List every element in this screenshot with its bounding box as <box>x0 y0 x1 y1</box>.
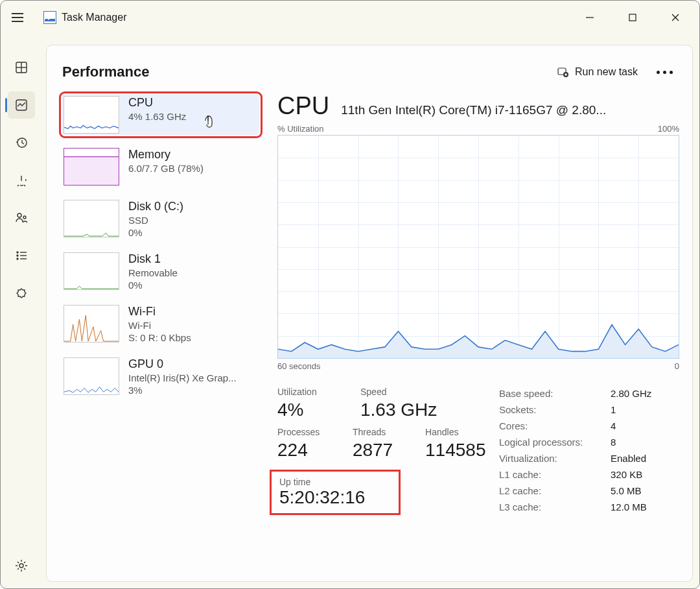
spec-val: 4 <box>611 420 616 431</box>
app-title: Task Manager <box>62 12 127 23</box>
perf-sub: Wi-Fi <box>128 320 191 331</box>
main-category-title: CPU <box>277 92 329 120</box>
chart-xright: 0 <box>675 361 679 371</box>
perf-thumb-gpu0 <box>64 357 119 395</box>
metric-label: Speed <box>360 387 437 397</box>
perf-item-gpu0[interactable]: GPU 0 Intel(R) Iris(R) Xe Grap... 3% <box>62 356 259 397</box>
perf-item-disk1[interactable]: Disk 1 Removable 0% <box>62 251 259 292</box>
spec-key: Logical processors: <box>499 437 611 448</box>
spec-key: Sockets: <box>499 404 611 415</box>
perf-sub2: 3% <box>128 385 237 396</box>
metric-label: Threads <box>353 427 414 437</box>
spec-val: 320 KB <box>611 469 642 480</box>
metric-label: Utilization <box>277 387 349 397</box>
svg-line-12 <box>24 185 25 186</box>
content-header: Performance Run new task <box>62 60 679 84</box>
spec-val: 5.0 MB <box>611 485 642 496</box>
cpu-specs: Base speed:2.80 GHz Sockets:1 Cores:4 Lo… <box>499 387 679 515</box>
metric-handles: 114585 <box>425 440 482 461</box>
perf-thumb-memory <box>64 148 119 186</box>
spec-key: L1 cache: <box>499 469 611 480</box>
spec-val: 2.80 GHz <box>611 388 651 399</box>
metric-speed: 1.63 GHz <box>360 400 437 420</box>
svg-point-15 <box>17 252 18 253</box>
run-task-icon <box>557 66 568 78</box>
perf-sub2: S: 0 R: 0 Kbps <box>128 332 191 343</box>
metric-uptime: 5:20:32:16 <box>279 487 365 508</box>
spec-key: Virtualization: <box>499 453 611 464</box>
window-frame: Task Manager Performance Run new task <box>0 0 700 589</box>
nav-performance[interactable] <box>8 91 35 119</box>
metric-label: Processes <box>277 427 341 437</box>
cursor-icon <box>204 114 218 130</box>
svg-point-21 <box>19 564 23 568</box>
perf-thumb-disk0 <box>64 200 119 237</box>
svg-line-11 <box>18 185 19 186</box>
perf-sub: Intel(R) Iris(R) Xe Grap... <box>128 372 237 383</box>
spec-key: Base speed: <box>499 388 611 399</box>
more-options-button[interactable] <box>649 60 679 84</box>
svg-point-13 <box>18 213 21 217</box>
spec-key: Cores: <box>499 420 611 431</box>
spec-val: Enabled <box>611 453 646 464</box>
titlebar: Task Manager <box>1 1 699 34</box>
nav-rail <box>3 41 40 584</box>
spec-key: L3 cache: <box>499 501 611 512</box>
nav-settings[interactable] <box>8 552 35 579</box>
metric-processes: 224 <box>277 440 341 461</box>
perf-sub: Removable <box>128 267 178 278</box>
cpu-model: 11th Gen Intel(R) Core(TM) i7-1165G7 @ 2… <box>341 103 679 117</box>
perf-thumb-disk1 <box>64 252 119 290</box>
nav-processes[interactable] <box>8 54 35 81</box>
nav-app-history[interactable] <box>8 129 35 156</box>
metric-threads: 2877 <box>353 440 414 461</box>
perf-sub: 6.0/7.7 GB (78%) <box>128 163 204 174</box>
spec-key: L2 cache: <box>499 485 611 496</box>
nav-services[interactable] <box>8 280 35 307</box>
app-icon <box>43 11 56 24</box>
svg-point-17 <box>17 258 18 259</box>
hamburger-menu-button[interactable] <box>3 5 32 30</box>
perf-item-cpu[interactable]: CPU 4% 1.63 GHz <box>62 95 259 135</box>
perf-sub2: 0% <box>128 280 178 291</box>
maximize-button[interactable] <box>611 3 654 32</box>
nav-details[interactable] <box>8 242 35 269</box>
content-card: Performance Run new task CPU 4% 1.63 GHz <box>46 45 693 582</box>
perf-name: Wi-Fi <box>128 305 191 319</box>
svg-point-14 <box>23 216 26 219</box>
perf-sub: SSD <box>128 215 183 226</box>
perf-item-disk0[interactable]: Disk 0 (C:) SSD 0% <box>62 198 259 239</box>
spec-val: 12.0 MB <box>611 501 647 512</box>
perf-item-wifi[interactable]: Wi-Fi Wi-Fi S: 0 R: 0 Kbps <box>62 304 259 344</box>
perf-name: GPU 0 <box>128 357 237 371</box>
perf-name: Memory <box>128 148 204 162</box>
chart-ymax: 100% <box>658 124 679 134</box>
cpu-chart <box>277 135 679 359</box>
perf-sub: 4% 1.63 GHz <box>128 111 186 122</box>
metric-label: Handles <box>425 427 482 437</box>
page-title: Performance <box>62 64 150 80</box>
run-task-label: Run new task <box>575 66 638 78</box>
perf-name: Disk 1 <box>128 252 178 266</box>
main-panel: CPU 11th Gen Intel(R) Core(TM) i7-1165G7… <box>277 92 679 573</box>
more-icon <box>657 71 673 74</box>
svg-rect-1 <box>629 14 636 21</box>
svg-point-16 <box>17 255 18 256</box>
metric-label: Up time <box>279 477 365 487</box>
perf-item-memory[interactable]: Memory 6.0/7.7 GB (78%) <box>62 147 259 187</box>
metric-utilization: 4% <box>277 400 349 420</box>
perf-thumb-cpu <box>64 96 119 134</box>
nav-users[interactable] <box>8 204 35 232</box>
chart-ylabel: % Utilization <box>277 124 324 134</box>
nav-startup[interactable] <box>8 167 35 194</box>
spec-val: 1 <box>611 404 616 415</box>
minimize-button[interactable] <box>568 3 611 32</box>
chart-xleft: 60 seconds <box>277 361 321 371</box>
perf-sub2: 0% <box>128 227 183 238</box>
perf-name: Disk 0 (C:) <box>128 200 183 213</box>
close-button[interactable] <box>654 3 697 32</box>
spec-val: 8 <box>611 437 616 448</box>
run-new-task-button[interactable]: Run new task <box>550 62 644 82</box>
perf-name: CPU <box>128 96 186 110</box>
perf-thumb-wifi <box>64 305 119 343</box>
